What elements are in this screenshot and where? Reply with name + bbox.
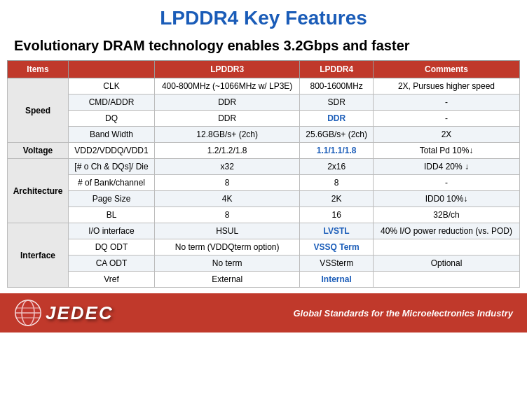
lpddr4-cell: DDR	[300, 111, 374, 127]
table-row: # of Bank/channel88-	[8, 175, 520, 191]
comments-cell: IDD4 20% ↓	[373, 159, 519, 175]
lpddr4-cell: 800-1600MHz	[300, 78, 374, 94]
comments-cell: 2X	[373, 127, 519, 143]
features-table: Items LPDDR3 LPDDR4 Comments SpeedCLK400…	[7, 60, 520, 288]
comments-cell: Total Pd 10%↓	[373, 143, 519, 159]
lpddr3-cell: 1.2/1.2/1.8	[155, 143, 300, 159]
lpddr3-cell: 8	[155, 175, 300, 191]
table-row: VoltageVDD2/VDDQ/VDD11.2/1.2/1.81.1/1.1/…	[8, 143, 520, 159]
section-label: Architecture	[8, 159, 69, 223]
table-row: InterfaceI/O interfaceHSULLVSTL40% I/O p…	[8, 223, 520, 239]
col-header-lpddr4: LPDDR4	[300, 61, 374, 78]
item-cell: CMD/ADDR	[68, 94, 154, 111]
comments-cell: Optional	[373, 255, 519, 272]
lpddr4-cell: 25.6GB/s+ (2ch)	[300, 127, 374, 143]
lpddr3-cell: No term	[155, 255, 300, 272]
header-section: LPDDR4 Key Features	[0, 0, 527, 33]
table-row: BL81632B/ch	[8, 207, 520, 223]
lpddr3-cell: HSUL	[155, 223, 300, 239]
lpddr4-cell: 1.1/1.1/1.8	[300, 143, 374, 159]
section-label: Interface	[8, 223, 69, 288]
item-cell: CA ODT	[68, 255, 154, 272]
item-cell: DQ	[68, 111, 154, 127]
comments-cell	[373, 239, 519, 255]
globe-icon	[14, 299, 42, 327]
lpddr3-cell: 12.8GB/s+ (2ch)	[155, 127, 300, 143]
item-cell: DQ ODT	[68, 239, 154, 255]
item-cell: I/O interface	[68, 223, 154, 239]
footer-bar: JEDEC Global Standards for the Microelec…	[0, 293, 527, 332]
lpddr4-cell: 2K	[300, 191, 374, 207]
table-row: DQ ODTNo term (VDDQterm option)VSSQ Term	[8, 239, 520, 255]
item-cell: VDD2/VDDQ/VDD1	[68, 143, 154, 159]
comments-cell: 32B/ch	[373, 207, 519, 223]
comments-cell: 2X, Pursues higher speed	[373, 78, 519, 94]
item-cell: BL	[68, 207, 154, 223]
table-row: Page Size4K2KIDD0 10%↓	[8, 191, 520, 207]
lpddr4-cell: VSSterm	[300, 255, 374, 272]
table-row: VrefExternalInternal	[8, 272, 520, 288]
comments-cell: 40% I/O power reduction (vs. POD)	[373, 223, 519, 239]
col-header-items: Items	[8, 61, 69, 78]
item-cell: Page Size	[68, 191, 154, 207]
lpddr4-cell: Internal	[300, 272, 374, 288]
main-title: LPDDR4 Key Features	[14, 7, 513, 29]
col-header-items2	[68, 61, 154, 78]
lpddr3-cell: DDR	[155, 111, 300, 127]
lpddr3-cell: 8	[155, 207, 300, 223]
table-row: Architecture[# o Ch & DQs]/ Diex322x16ID…	[8, 159, 520, 175]
comments-cell: -	[373, 111, 519, 127]
table-row: CMD/ADDRDDRSDR-	[8, 94, 520, 111]
lpddr4-cell: 8	[300, 175, 374, 191]
lpddr3-cell: 400-800MHz (~1066MHz w/ LP3E)	[155, 78, 300, 94]
comments-cell: -	[373, 175, 519, 191]
lpddr4-cell: 16	[300, 207, 374, 223]
col-header-lpddr3: LPDDR3	[155, 61, 300, 78]
jedec-logo: JEDEC	[14, 299, 114, 327]
lpddr3-cell: External	[155, 272, 300, 288]
lpddr4-cell: VSSQ Term	[300, 239, 374, 255]
table-container: Items LPDDR3 LPDDR4 Comments SpeedCLK400…	[0, 60, 527, 288]
footer-tagline: Global Standards for the Microelectronic…	[293, 308, 513, 318]
table-row: DQDDRDDR-	[8, 111, 520, 127]
section-label: Voltage	[8, 143, 69, 159]
item-cell: # of Bank/channel	[68, 175, 154, 191]
lpddr3-cell: DDR	[155, 94, 300, 111]
page-wrapper: LPDDR4 Key Features Evolutionary DRAM te…	[0, 0, 527, 332]
lpddr4-cell: SDR	[300, 94, 374, 111]
lpddr3-cell: No term (VDDQterm option)	[155, 239, 300, 255]
lpddr4-cell: LVSTL	[300, 223, 374, 239]
comments-cell: IDD0 10%↓	[373, 191, 519, 207]
table-row: SpeedCLK400-800MHz (~1066MHz w/ LP3E)800…	[8, 78, 520, 94]
lpddr4-cell: 2x16	[300, 159, 374, 175]
comments-cell: -	[373, 94, 519, 111]
item-cell: Band Width	[68, 127, 154, 143]
lpddr3-cell: 4K	[155, 191, 300, 207]
col-header-comments: Comments	[373, 61, 519, 78]
sub-title: Evolutionary DRAM technology enables 3.2…	[0, 33, 527, 60]
jedec-logo-text: JEDEC	[46, 302, 114, 324]
item-cell: Vref	[68, 272, 154, 288]
comments-cell	[373, 272, 519, 288]
item-cell: CLK	[68, 78, 154, 94]
table-row: CA ODTNo termVSStermOptional	[8, 255, 520, 272]
svg-point-5	[15, 300, 41, 326]
section-label: Speed	[8, 78, 69, 143]
table-row: Band Width12.8GB/s+ (2ch)25.6GB/s+ (2ch)…	[8, 127, 520, 143]
item-cell: [# o Ch & DQs]/ Die	[68, 159, 154, 175]
lpddr3-cell: x32	[155, 159, 300, 175]
